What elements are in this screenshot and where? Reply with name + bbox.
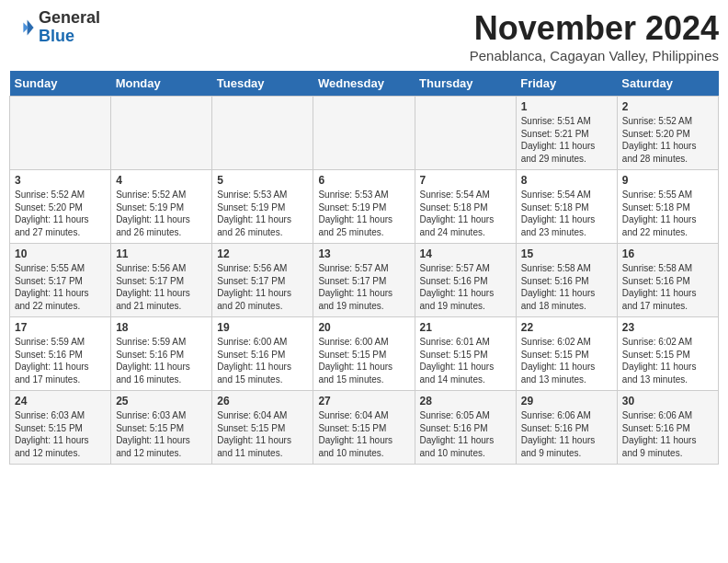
calendar-cell: 8Sunrise: 5:54 AM Sunset: 5:18 PM Daylig… — [516, 170, 617, 244]
day-number: 20 — [318, 321, 409, 334]
week-row-3: 17Sunrise: 5:59 AM Sunset: 5:16 PM Dayli… — [10, 317, 719, 391]
day-info: Sunrise: 6:04 AM Sunset: 5:15 PM Dayligh… — [318, 409, 409, 459]
day-info: Sunrise: 5:52 AM Sunset: 5:20 PM Dayligh… — [15, 189, 106, 238]
day-number: 4 — [116, 174, 207, 187]
day-info: Sunrise: 6:02 AM Sunset: 5:15 PM Dayligh… — [622, 336, 713, 385]
weekday-header-sunday: Sunday — [10, 71, 111, 97]
day-number: 17 — [15, 321, 106, 334]
calendar-cell: 12Sunrise: 5:56 AM Sunset: 5:17 PM Dayli… — [212, 244, 313, 317]
week-row-4: 24Sunrise: 6:03 AM Sunset: 5:15 PM Dayli… — [10, 391, 719, 465]
weekday-header-thursday: Thursday — [415, 71, 516, 97]
calendar-cell — [313, 97, 415, 170]
day-info: Sunrise: 5:53 AM Sunset: 5:19 PM Dayligh… — [217, 189, 308, 238]
week-row-0: 1Sunrise: 5:51 AM Sunset: 5:21 PM Daylig… — [10, 97, 719, 170]
calendar-cell: 5Sunrise: 5:53 AM Sunset: 5:19 PM Daylig… — [212, 170, 313, 244]
day-number: 5 — [217, 174, 308, 187]
day-number: 29 — [521, 395, 612, 408]
calendar-cell: 24Sunrise: 6:03 AM Sunset: 5:15 PM Dayli… — [10, 391, 111, 465]
week-row-2: 10Sunrise: 5:55 AM Sunset: 5:17 PM Dayli… — [10, 244, 719, 317]
day-info: Sunrise: 5:54 AM Sunset: 5:18 PM Dayligh… — [420, 189, 511, 238]
day-info: Sunrise: 5:58 AM Sunset: 5:16 PM Dayligh… — [521, 262, 612, 312]
calendar-cell: 27Sunrise: 6:04 AM Sunset: 5:15 PM Dayli… — [313, 391, 415, 465]
day-number: 16 — [622, 247, 713, 260]
day-number: 25 — [116, 395, 207, 408]
day-info: Sunrise: 6:03 AM Sunset: 5:15 PM Dayligh… — [116, 409, 207, 459]
day-info: Sunrise: 6:03 AM Sunset: 5:15 PM Dayligh… — [15, 409, 106, 459]
day-number: 11 — [116, 247, 207, 260]
day-number: 24 — [15, 395, 106, 408]
day-info: Sunrise: 5:52 AM Sunset: 5:19 PM Dayligh… — [116, 189, 207, 238]
day-info: Sunrise: 5:57 AM Sunset: 5:16 PM Dayligh… — [420, 262, 511, 312]
calendar-cell: 19Sunrise: 6:00 AM Sunset: 5:16 PM Dayli… — [212, 317, 313, 391]
weekday-header-friday: Friday — [516, 71, 617, 97]
calendar-cell: 18Sunrise: 5:59 AM Sunset: 5:16 PM Dayli… — [111, 317, 212, 391]
day-number: 7 — [420, 174, 511, 187]
calendar-cell — [415, 97, 516, 170]
calendar-table: SundayMondayTuesdayWednesdayThursdayFrid… — [9, 71, 719, 465]
day-info: Sunrise: 6:05 AM Sunset: 5:16 PM Dayligh… — [420, 409, 511, 459]
day-number: 8 — [521, 174, 612, 187]
day-number: 3 — [15, 174, 106, 187]
day-number: 22 — [521, 321, 612, 334]
day-info: Sunrise: 6:04 AM Sunset: 5:15 PM Dayligh… — [217, 409, 308, 459]
month-title: November 2024 — [470, 9, 719, 48]
calendar-cell: 9Sunrise: 5:55 AM Sunset: 5:18 PM Daylig… — [617, 170, 718, 244]
calendar-cell: 6Sunrise: 5:53 AM Sunset: 5:19 PM Daylig… — [313, 170, 415, 244]
calendar-cell: 23Sunrise: 6:02 AM Sunset: 5:15 PM Dayli… — [617, 317, 718, 391]
day-info: Sunrise: 6:01 AM Sunset: 5:15 PM Dayligh… — [420, 336, 511, 385]
calendar-cell: 15Sunrise: 5:58 AM Sunset: 5:16 PM Dayli… — [516, 244, 617, 317]
day-number: 18 — [116, 321, 207, 334]
title-area: November 2024 Penablanca, Cagayan Valley… — [470, 9, 719, 63]
day-info: Sunrise: 5:56 AM Sunset: 5:17 PM Dayligh… — [217, 262, 308, 312]
logo-icon — [9, 15, 35, 40]
day-info: Sunrise: 6:00 AM Sunset: 5:15 PM Dayligh… — [318, 336, 409, 385]
day-info: Sunrise: 5:55 AM Sunset: 5:17 PM Dayligh… — [15, 262, 106, 312]
day-number: 14 — [420, 247, 511, 260]
day-number: 9 — [622, 174, 713, 187]
day-number: 13 — [318, 247, 409, 260]
calendar-cell: 13Sunrise: 5:57 AM Sunset: 5:17 PM Dayli… — [313, 244, 415, 317]
day-number: 23 — [622, 321, 713, 334]
day-info: Sunrise: 5:53 AM Sunset: 5:19 PM Dayligh… — [318, 189, 409, 238]
day-info: Sunrise: 5:59 AM Sunset: 5:16 PM Dayligh… — [116, 336, 207, 385]
day-number: 21 — [420, 321, 511, 334]
calendar-cell: 4Sunrise: 5:52 AM Sunset: 5:19 PM Daylig… — [111, 170, 212, 244]
calendar-cell: 26Sunrise: 6:04 AM Sunset: 5:15 PM Dayli… — [212, 391, 313, 465]
calendar-cell: 25Sunrise: 6:03 AM Sunset: 5:15 PM Dayli… — [111, 391, 212, 465]
weekday-header-saturday: Saturday — [617, 71, 718, 97]
day-number: 28 — [420, 395, 511, 408]
calendar-cell: 16Sunrise: 5:58 AM Sunset: 5:16 PM Dayli… — [617, 244, 718, 317]
calendar-cell: 10Sunrise: 5:55 AM Sunset: 5:17 PM Dayli… — [10, 244, 111, 317]
day-number: 10 — [15, 247, 106, 260]
day-number: 27 — [318, 395, 409, 408]
day-number: 26 — [217, 395, 308, 408]
day-number: 19 — [217, 321, 308, 334]
day-info: Sunrise: 5:59 AM Sunset: 5:16 PM Dayligh… — [15, 336, 106, 385]
day-number: 6 — [318, 174, 409, 187]
calendar-cell: 22Sunrise: 6:02 AM Sunset: 5:15 PM Dayli… — [516, 317, 617, 391]
calendar-cell: 21Sunrise: 6:01 AM Sunset: 5:15 PM Dayli… — [415, 317, 516, 391]
day-info: Sunrise: 6:02 AM Sunset: 5:15 PM Dayligh… — [521, 336, 612, 385]
day-info: Sunrise: 5:55 AM Sunset: 5:18 PM Dayligh… — [622, 189, 713, 238]
day-number: 30 — [622, 395, 713, 408]
week-row-1: 3Sunrise: 5:52 AM Sunset: 5:20 PM Daylig… — [10, 170, 719, 244]
day-info: Sunrise: 6:06 AM Sunset: 5:16 PM Dayligh… — [521, 409, 612, 459]
day-info: Sunrise: 5:56 AM Sunset: 5:17 PM Dayligh… — [116, 262, 207, 312]
day-number: 2 — [622, 100, 713, 113]
day-info: Sunrise: 5:51 AM Sunset: 5:21 PM Dayligh… — [521, 115, 612, 165]
calendar-cell: 29Sunrise: 6:06 AM Sunset: 5:16 PM Dayli… — [516, 391, 617, 465]
calendar-cell: 7Sunrise: 5:54 AM Sunset: 5:18 PM Daylig… — [415, 170, 516, 244]
weekday-header-row: SundayMondayTuesdayWednesdayThursdayFrid… — [10, 71, 719, 97]
day-info: Sunrise: 6:06 AM Sunset: 5:16 PM Dayligh… — [622, 409, 713, 459]
logo-text: General Blue — [39, 9, 100, 46]
day-info: Sunrise: 5:52 AM Sunset: 5:20 PM Dayligh… — [622, 115, 713, 165]
header: General Blue November 2024 Penablanca, C… — [9, 9, 719, 63]
day-number: 12 — [217, 247, 308, 260]
weekday-header-wednesday: Wednesday — [313, 71, 415, 97]
calendar-cell: 11Sunrise: 5:56 AM Sunset: 5:17 PM Dayli… — [111, 244, 212, 317]
weekday-header-tuesday: Tuesday — [212, 71, 313, 97]
calendar-cell: 30Sunrise: 6:06 AM Sunset: 5:16 PM Dayli… — [617, 391, 718, 465]
day-info: Sunrise: 6:00 AM Sunset: 5:16 PM Dayligh… — [217, 336, 308, 385]
day-info: Sunrise: 5:54 AM Sunset: 5:18 PM Dayligh… — [521, 189, 612, 238]
calendar-cell: 17Sunrise: 5:59 AM Sunset: 5:16 PM Dayli… — [10, 317, 111, 391]
